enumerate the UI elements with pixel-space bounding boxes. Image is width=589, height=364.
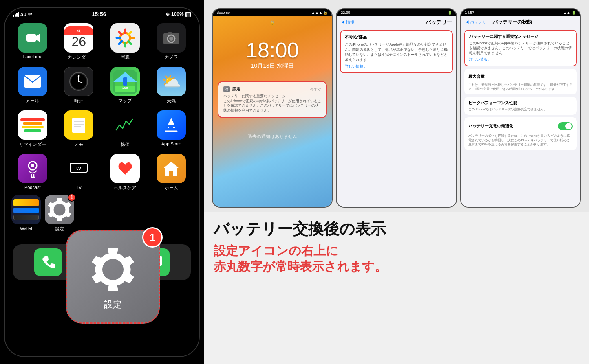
max-capacity-section: 最大容量 — これは、新品時と比較したバッテリー容量の基準です。容量が低下すると… bbox=[464, 69, 577, 95]
phone2-status: 22:35 🔋 bbox=[337, 9, 456, 16]
phone-screenshots-row: docomo ▲▲▲ 🔒 🔒 18:00 10月13日 水曜日 ⚙ 設定 今すぐ… bbox=[204, 0, 589, 212]
battery-back[interactable]: ◀ バッテリー bbox=[465, 20, 491, 25]
calendar-icon: 火 26 bbox=[64, 23, 93, 53]
app-reminders[interactable]: リマインダー bbox=[11, 110, 54, 147]
home-label: ホーム bbox=[165, 185, 178, 191]
svg-rect-14 bbox=[168, 32, 172, 34]
past-notif: 過去の通知はありません bbox=[248, 134, 297, 140]
notif-time: 今すぐ bbox=[310, 87, 321, 92]
app-health[interactable]: ヘルスケア bbox=[104, 154, 146, 191]
app-stocks[interactable]: 株価 bbox=[104, 110, 146, 147]
unknown-parts-link[interactable]: 詳しい情報... bbox=[345, 64, 448, 69]
svg-line-10 bbox=[119, 41, 122, 44]
phone3-content: ◀ バッテリー バッテリーの状態 バッテリーに関する重要なメッセージ このiPh… bbox=[461, 16, 580, 207]
battery-card-body: このiPhoneで正規のApple製バッテリーが使用されていることを確認できませ… bbox=[469, 41, 572, 56]
battery-icon: ▓ bbox=[185, 12, 191, 17]
dock-phone[interactable] bbox=[34, 248, 62, 276]
status-right: ⊕ 100% ▓ bbox=[165, 11, 191, 17]
row5: Wallet 1 設定 bbox=[5, 195, 199, 235]
svg-rect-28 bbox=[72, 118, 85, 133]
phone1-wifi: ▲▲▲ 🔒 bbox=[311, 11, 328, 15]
app-facetime[interactable]: FaceTime bbox=[11, 23, 54, 60]
optimize-section: バッテリー充電の最適化 バッテリーの劣化を軽減するため、このiPhoneが日ごろ… bbox=[464, 117, 577, 150]
svg-text:280: 280 bbox=[122, 86, 128, 90]
svg-line-7 bbox=[119, 32, 122, 35]
health-label: ヘルスケア bbox=[114, 185, 136, 191]
settings-nav-title: バッテリー bbox=[426, 19, 452, 26]
app-home[interactable]: ホーム bbox=[150, 154, 193, 191]
unknown-parts-card: 不明な部品 このiPhoneのバッテリーがApple純正部品なのか判定できません… bbox=[340, 30, 452, 73]
settings-badge: 1 bbox=[68, 193, 76, 202]
app-photos[interactable]: 写真 bbox=[104, 23, 146, 60]
weather-icon: ⛅ bbox=[157, 67, 186, 96]
sub-line1: 設定アイコンの右上に bbox=[214, 243, 579, 259]
phone2-battery: 🔋 bbox=[448, 11, 452, 15]
svg-point-20 bbox=[78, 81, 79, 82]
peak-note: このiPhoneではバッテリーの状態を判定できません。 bbox=[468, 107, 573, 112]
appletv-icon: tv bbox=[64, 154, 93, 183]
photos-icon bbox=[110, 23, 140, 53]
app-calendar[interactable]: 火 26 カレンダー bbox=[58, 23, 100, 60]
unknown-parts-body: このiPhoneのバッテリーがApple純正部品なのか判定できません。問題の原因… bbox=[345, 42, 448, 62]
podcasts-label: Podcast bbox=[24, 185, 41, 190]
svg-point-36 bbox=[31, 164, 34, 167]
camera-icon bbox=[157, 23, 186, 53]
app-clock[interactable]: 12 時計 bbox=[58, 67, 100, 104]
battery-nav: ◀ バッテリー バッテリーの状態 bbox=[461, 16, 580, 27]
lock-notification: ⚙ 設定 今すぐ バッテリーに関する重要なメッセージ このiPhoneで正規のA… bbox=[218, 81, 327, 118]
app-appletv[interactable]: tv TV bbox=[58, 154, 100, 191]
svg-point-13 bbox=[169, 37, 173, 41]
settings-back[interactable]: ◀ 情報 bbox=[341, 20, 354, 25]
optimize-label: バッテリー充電の最適化 bbox=[468, 123, 513, 129]
max-capacity-note: これは、新品時と比較したバッテリー容量の基準です。容量が低下すると、1回の充電で… bbox=[468, 83, 573, 92]
phone3-battery-state: 14:57 ▲▲ 🔋 ◀ バッテリー バッテリーの状態 バッテリーに関する重要な… bbox=[460, 8, 581, 208]
lock-icon: 🔒 bbox=[269, 20, 275, 26]
lock-time: 18:00 bbox=[246, 38, 299, 62]
facetime-label: FaceTime bbox=[23, 54, 43, 59]
optimize-note: バッテリーの劣化を軽減するため、このiPhoneが日ごろどのように充電されている… bbox=[468, 134, 573, 147]
phone2-content: ◀ 情報 バッテリー 不明な部品 このiPhoneのバッテリーがApple純正部… bbox=[337, 16, 456, 207]
weather-label: 天気 bbox=[167, 98, 176, 104]
stocks-icon bbox=[110, 110, 140, 140]
iphone-screen: au ⇌ 15:56 ⊕ 100% ▓ FaceTime 火 bbox=[4, 7, 200, 357]
svg-marker-42 bbox=[163, 162, 179, 176]
phone1-status: docomo ▲▲▲ 🔒 bbox=[213, 9, 332, 16]
app-mail[interactable]: メール bbox=[11, 67, 54, 104]
battery-card-title: バッテリーに関する重要なメッセージ bbox=[469, 34, 572, 39]
sub-line2: 赤丸数字が常時表示されます。 bbox=[214, 259, 579, 274]
svg-text:tv: tv bbox=[76, 164, 82, 171]
appletv-label: TV bbox=[76, 185, 82, 190]
main-heading: バッテリー交換後の表示 bbox=[214, 220, 579, 239]
appstore-icon bbox=[157, 110, 186, 140]
app-podcasts[interactable]: Podcast bbox=[11, 154, 54, 191]
app-weather[interactable]: ⛅ 天気 bbox=[150, 67, 193, 104]
max-capacity-label: 最大容量 bbox=[468, 74, 485, 79]
notif-settings-icon: ⚙ bbox=[223, 86, 230, 92]
app-wallet[interactable]: Wallet bbox=[11, 195, 41, 232]
app-settings[interactable]: 1 設定 bbox=[45, 195, 74, 232]
svg-rect-26 bbox=[123, 77, 127, 86]
right-panel: docomo ▲▲▲ 🔒 🔒 18:00 10月13日 水曜日 ⚙ 設定 今すぐ… bbox=[204, 0, 589, 364]
unknown-parts-title: 不明な部品 bbox=[345, 34, 448, 40]
phone1-carrier: docomo bbox=[217, 11, 230, 15]
mail-label: メール bbox=[26, 98, 39, 104]
app-appstore[interactable]: App Store bbox=[150, 110, 193, 147]
enlarged-gear-icon bbox=[86, 243, 139, 296]
location-icon: ⊕ bbox=[165, 11, 170, 17]
app-camera[interactable]: カメラ bbox=[150, 23, 193, 60]
phone2-battery: 22:35 🔋 ◀ 情報 バッテリー 不明な部品 このiPhoneのバッテリーが… bbox=[336, 8, 457, 208]
maps-label: マップ bbox=[118, 98, 132, 104]
wifi-icon: ⇌ bbox=[28, 11, 32, 18]
svg-marker-1 bbox=[36, 34, 40, 42]
status-time: 15:56 bbox=[92, 11, 106, 18]
battery-percent: 100% bbox=[171, 11, 184, 17]
home-icon bbox=[157, 154, 186, 183]
battery-card-link[interactable]: 詳しい情報... bbox=[469, 57, 572, 62]
battery-important-card: バッテリーに関する重要なメッセージ このiPhoneで正規のApple製バッテリ… bbox=[464, 30, 577, 66]
phone1-lockscreen: docomo ▲▲▲ 🔒 🔒 18:00 10月13日 水曜日 ⚙ 設定 今すぐ… bbox=[212, 8, 333, 208]
optimize-toggle[interactable] bbox=[558, 122, 573, 130]
app-notes[interactable]: メモ bbox=[58, 110, 100, 147]
app-maps[interactable]: 280 マップ bbox=[104, 67, 146, 104]
max-capacity-value: — bbox=[569, 74, 573, 79]
enlarged-settings-overlay: 1 設定 bbox=[66, 230, 160, 324]
